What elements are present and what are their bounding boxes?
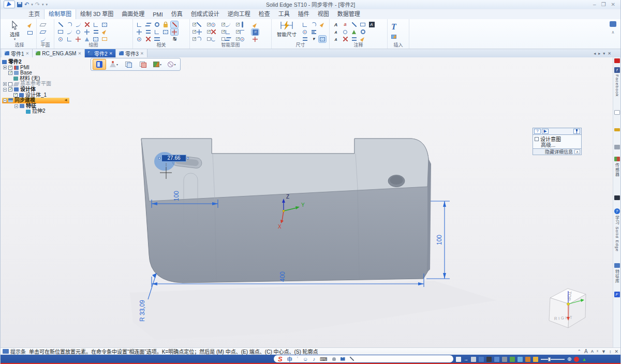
tree-item-design-body-1[interactable]: 设计体_1 xyxy=(2,93,93,98)
overlapping-faces-button[interactable] xyxy=(122,59,135,70)
voice-input-icon[interactable]: ♪ xyxy=(313,356,315,362)
tab-tools[interactable]: 工具 xyxy=(274,8,294,19)
facebook-icon[interactable]: f xyxy=(614,67,620,73)
tree-item-design-body[interactable]: 设计体 xyxy=(2,87,93,93)
text-scale-down-icon[interactable]: A xyxy=(332,29,339,35)
doc-tab-close-icon[interactable]: ✕ xyxy=(78,51,81,56)
record-icon[interactable] xyxy=(574,357,579,362)
intellisketch-midpoint[interactable] xyxy=(193,28,206,35)
weld-symbol-icon[interactable] xyxy=(359,28,366,35)
balloon-icon[interactable] xyxy=(359,21,366,28)
account-icon[interactable] xyxy=(332,357,336,361)
tab-list-icon[interactable]: ▾ xyxy=(603,51,605,56)
ribbon-display-icon[interactable] xyxy=(610,21,616,27)
lock-relation-icon[interactable] xyxy=(162,21,169,28)
tab-data-mgmt[interactable]: 数据管理 xyxy=(333,8,364,19)
maintain-relations-icon[interactable] xyxy=(171,21,178,28)
tray-icon[interactable] xyxy=(494,357,499,362)
tray-icon[interactable] xyxy=(502,357,507,362)
pattern-tool-icon[interactable] xyxy=(101,21,108,28)
tray-icon[interactable] xyxy=(525,357,530,362)
design-intent-checkbox[interactable] xyxy=(535,137,539,141)
close-button[interactable]: ✕ xyxy=(611,2,615,7)
tray-expand-icon[interactable]: → xyxy=(464,357,468,362)
camera-icon[interactable] xyxy=(614,145,620,149)
checkbox-checked[interactable] xyxy=(8,66,12,70)
tab-draw-3d-sketch[interactable]: 绘制 3D 草图 xyxy=(76,8,117,19)
select-options-icon[interactable] xyxy=(26,29,34,36)
pathfinder-root[interactable]: 零件2 xyxy=(2,59,93,65)
tree-item-ref-planes[interactable]: 基本参考平面 xyxy=(2,81,93,87)
line-tool-icon[interactable] xyxy=(57,21,64,28)
facebook-tab-label[interactable]: Facebook xyxy=(615,74,619,97)
tray-icon[interactable] xyxy=(533,357,538,362)
pathfinder-toggle-button[interactable] xyxy=(93,59,106,70)
intellisketch-curve[interactable] xyxy=(221,21,235,28)
view-cube[interactable]: TOP RIGHT xyxy=(549,289,586,328)
save-icon[interactable] xyxy=(17,2,22,7)
tab-addins[interactable]: 插件 xyxy=(294,8,314,19)
perpendicular-relation-icon[interactable] xyxy=(153,28,160,35)
intellisketch-horizontal[interactable] xyxy=(236,28,249,35)
tray-icon[interactable] xyxy=(518,357,523,362)
youtube-icon[interactable] xyxy=(614,58,620,63)
tab-surfacing[interactable]: 曲面处理 xyxy=(117,8,149,19)
collapse-panel-icon[interactable]: ∧ xyxy=(574,149,580,154)
horizontal-relation-icon[interactable] xyxy=(136,28,143,35)
parallel-relation-icon[interactable] xyxy=(144,21,152,28)
list-panel-icon[interactable] xyxy=(614,110,620,115)
tray-icon[interactable] xyxy=(479,357,484,362)
feature-library-icon[interactable] xyxy=(614,263,620,268)
overall-width-dimension[interactable]: 400 xyxy=(279,271,286,282)
stamp-icon[interactable] xyxy=(350,28,358,35)
dimension-handle[interactable] xyxy=(158,157,160,159)
zoom-out-icon[interactable]: A xyxy=(591,349,594,354)
tab-scroll-right-icon[interactable]: ▸ xyxy=(598,51,600,56)
intellisketch-align[interactable] xyxy=(221,28,235,35)
dimension-handle[interactable] xyxy=(187,157,189,159)
select-tool-button[interactable]: 选择 ▾ xyxy=(5,21,24,42)
dim-style-icon[interactable] xyxy=(310,28,317,35)
volume-slider[interactable] xyxy=(541,359,565,360)
curve-tool-icon[interactable] xyxy=(75,21,82,28)
key-icon[interactable] xyxy=(614,128,620,131)
zoom-area-icon[interactable]: ˣ xyxy=(597,349,598,354)
rotate-view-button[interactable]: ▾ xyxy=(165,59,179,70)
ribbon-collapse-icon[interactable]: ∧ xyxy=(612,30,615,35)
distance-between-icon[interactable] xyxy=(301,21,308,28)
magnify-icon[interactable] xyxy=(342,28,349,35)
collapse-icon[interactable] xyxy=(3,88,7,92)
text-scale-up-icon[interactable]: A xyxy=(332,22,339,28)
checkbox-checked[interactable] xyxy=(8,87,12,92)
angle-between-icon[interactable] xyxy=(310,21,317,28)
relation-handles-icon[interactable] xyxy=(171,28,178,35)
doc-tab-close-icon[interactable]: ✕ xyxy=(109,51,113,56)
f-badge-icon[interactable]: F xyxy=(614,292,620,297)
move-tool-icon[interactable] xyxy=(83,28,91,35)
hook-tool-icon[interactable] xyxy=(66,28,73,35)
tree-item-features[interactable]: 特征 xyxy=(2,103,93,109)
tree-item-pmi[interactable]: PMI xyxy=(2,65,93,71)
select-filter-icon[interactable] xyxy=(26,22,34,28)
text-box-icon[interactable]: A xyxy=(368,21,375,28)
dimension-edit-input[interactable]: 27.66 xyxy=(161,155,186,162)
fillet-tool-icon[interactable] xyxy=(92,21,99,28)
doc-tab-part2-active[interactable]: 零件2 ✕ xyxy=(85,49,116,57)
panel-help-button[interactable]: ? xyxy=(534,129,541,134)
panel-play-button[interactable]: ▶ xyxy=(542,129,549,134)
intellisketch-intersection[interactable] xyxy=(207,28,220,35)
fit-view-icon[interactable]: ▼ xyxy=(601,349,606,354)
height-dimension[interactable]: 100 xyxy=(436,235,443,245)
plane-more-icon[interactable] xyxy=(39,29,47,35)
radius-dimension[interactable]: R 33,09 xyxy=(139,300,146,322)
intellisketch-endpoint[interactable] xyxy=(193,21,206,28)
skin-icon[interactable] xyxy=(341,357,345,361)
primitives-button[interactable]: ▾ xyxy=(107,59,121,70)
doc-tab-part1[interactable]: 零件1 ✕ xyxy=(2,49,33,57)
tree-item-base[interactable]: Base xyxy=(2,70,93,76)
mirror-tool-icon[interactable] xyxy=(92,28,99,35)
learn-help-icon[interactable]: ? xyxy=(614,208,620,214)
tab-pmi[interactable]: PMI xyxy=(149,10,167,19)
tab-draw-sketch[interactable]: 绘制草图 xyxy=(44,8,76,19)
insert-image-icon[interactable] xyxy=(390,33,397,40)
